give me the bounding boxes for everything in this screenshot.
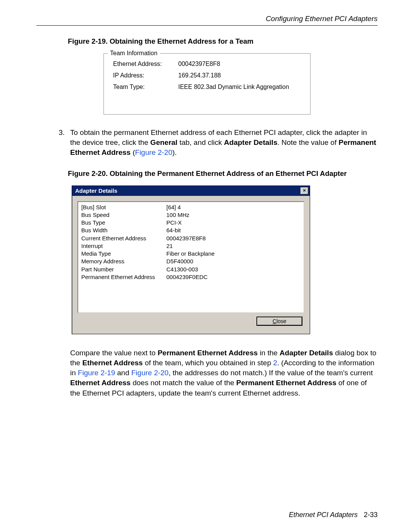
team-row-ip-address: IP Address: 169.254.37.188 [113, 72, 302, 79]
link-figure-2-19[interactable]: Figure 2-19 [78, 369, 115, 377]
page-footer: Ethernet PCI Adapters2-33 [289, 511, 378, 519]
link-figure-2-20[interactable]: Figure 2-20 [131, 369, 169, 377]
team-row-team-type: Team Type: IEEE 802.3ad Dynamic Link Agg… [113, 84, 302, 90]
value: 00042397E8F8 [178, 61, 302, 67]
dialog-title: Adapter Details [75, 187, 117, 194]
compare-paragraph: Compare the value next to Permanent Ethe… [70, 348, 378, 398]
list-item: Memory AddressD5F40000 [81, 258, 301, 265]
list-item: [Bus] Slot[64] 4 [81, 204, 301, 211]
value: 169.254.37.188 [178, 72, 302, 79]
value: IEEE 802.3ad Dynamic Link Aggregation [178, 84, 302, 90]
step-3: 3. To obtain the permanent Ethernet addr… [59, 128, 378, 158]
close-button[interactable]: Close [257, 317, 302, 325]
footer-book-title: Ethernet PCI Adapters [289, 511, 358, 519]
list-item: Permanent Ethernet Address0004239F0EDC [81, 273, 301, 281]
dialog-titlebar: Adapter Details × [72, 186, 310, 196]
list-item: Interrupt21 [81, 242, 301, 250]
figure-2-19-caption: Figure 2-19. Obtaining the Ethernet Addr… [68, 37, 378, 46]
list-item: Part NumberC41300-003 [81, 266, 301, 273]
team-info-legend: Team Information [108, 50, 160, 57]
label: Ethernet Address: [113, 61, 178, 67]
step-number: 3. [59, 128, 70, 158]
list-item: Bus TypePCI-X [81, 219, 301, 227]
adapter-details-dialog: Adapter Details × [Bus] Slot[64] 4 Bus S… [72, 186, 310, 334]
team-row-ethernet-address: Ethernet Address: 00042397E8F8 [113, 61, 302, 67]
label: Team Type: [113, 84, 178, 90]
link-figure-2-20[interactable]: Figure 2-20 [135, 148, 172, 156]
list-item: Current Ethernet Address00042397E8F8 [81, 235, 301, 242]
footer-page-number: 2-33 [364, 511, 378, 519]
list-item: Bus Speed100 MHz [81, 211, 301, 219]
label: IP Address: [113, 72, 178, 79]
adapter-details-list[interactable]: [Bus] Slot[64] 4 Bus Speed100 MHz Bus Ty… [77, 201, 304, 313]
link-step-2[interactable]: 2 [273, 359, 277, 367]
figure-2-20-caption: Figure 2-20. Obtaining the Permanent Eth… [68, 169, 378, 178]
close-icon[interactable]: × [301, 187, 308, 194]
list-item: Bus Width64-bit [81, 227, 301, 234]
list-item: Media TypeFiber or Backplane [81, 250, 301, 258]
page-header: Configuring Ethernet PCI Adapters [36, 15, 378, 26]
step-text: To obtain the permanent Ethernet address… [70, 128, 378, 158]
section-title: Configuring Ethernet PCI Adapters [36, 15, 378, 23]
team-information-panel: Team Information Ethernet Address: 00042… [104, 53, 310, 115]
